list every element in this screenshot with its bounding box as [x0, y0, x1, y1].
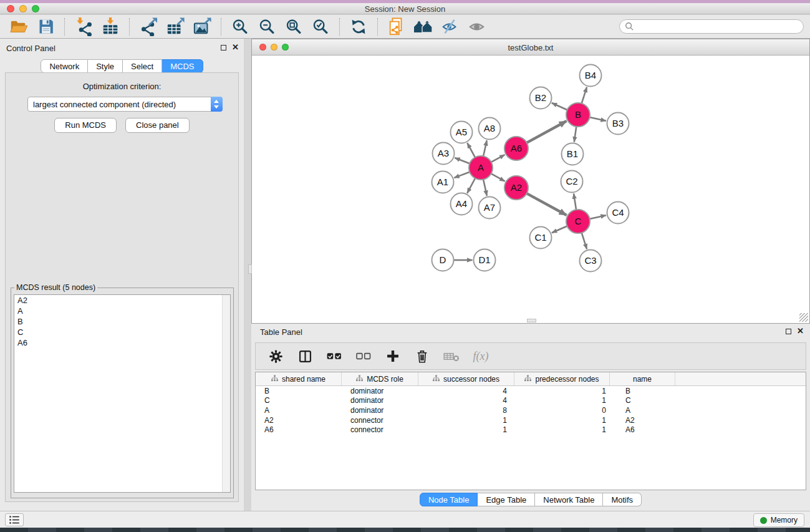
scrollbar-track[interactable] — [222, 295, 230, 492]
table-row[interactable]: A6connector11A6 — [256, 425, 806, 435]
tab-edge-table[interactable]: Edge Table — [478, 493, 535, 506]
edge-A-A7[interactable] — [483, 180, 487, 196]
graph-node-A7[interactable]: A7 — [479, 197, 501, 219]
zoom-in-icon[interactable] — [229, 17, 251, 37]
mcds-result-item[interactable]: C — [14, 327, 230, 337]
network-canvas[interactable]: B4B2BB3A5A8A6A3B1AA1C2A2A4A7C4CC1C3DD1 — [252, 56, 809, 323]
graph-node-A4[interactable]: A4 — [451, 193, 473, 215]
column-visibility-icon[interactable] — [295, 346, 315, 366]
export-table-icon[interactable] — [164, 17, 186, 37]
run-mcds-button[interactable]: Run MCDS — [54, 118, 117, 133]
float-panel-icon[interactable] — [786, 329, 791, 334]
network-window-titlebar[interactable]: testGlobe.txt — [252, 39, 809, 56]
edge-B-B4[interactable] — [582, 87, 587, 104]
graph-node-A5[interactable]: A5 — [451, 122, 473, 143]
graph-node-B3[interactable]: B3 — [607, 113, 629, 135]
select-all-icon[interactable] — [324, 346, 344, 366]
tab-motifs[interactable]: Motifs — [603, 493, 642, 506]
table-row[interactable]: Bdominator41B — [256, 386, 806, 396]
graph-node-A[interactable]: A — [469, 156, 493, 180]
graph-node-B[interactable]: B — [566, 103, 590, 127]
close-panel-button[interactable]: Close panel — [125, 118, 190, 133]
tab-node-table[interactable]: Node Table — [420, 493, 478, 506]
float-panel-icon[interactable] — [221, 45, 226, 51]
edge-B-B3[interactable] — [590, 117, 606, 121]
zoom-fit-icon[interactable] — [282, 17, 305, 37]
table-row[interactable]: Adominator80A — [256, 405, 806, 415]
mcds-result-item[interactable]: A2 — [14, 295, 230, 306]
splitter-handle[interactable] — [527, 319, 536, 322]
graph-node-A3[interactable]: A3 — [433, 143, 455, 165]
edge-B-B1[interactable] — [574, 127, 577, 142]
graph-node-B4[interactable]: B4 — [580, 65, 602, 87]
graph-node-C1[interactable]: C1 — [530, 227, 552, 249]
close-panel-icon[interactable]: ✕ — [232, 44, 239, 51]
delete-table-icon[interactable] — [441, 346, 461, 366]
save-session-icon[interactable] — [34, 17, 57, 37]
deselect-all-icon[interactable] — [354, 346, 374, 366]
mcds-result-item[interactable]: B — [14, 316, 230, 327]
tab-network[interactable]: Network — [41, 59, 88, 73]
graph-node-D[interactable]: D — [432, 249, 454, 271]
graph-node-C[interactable]: C — [566, 210, 590, 233]
import-table-icon[interactable] — [99, 17, 122, 37]
splitter-handle[interactable] — [248, 264, 252, 274]
edge-A-A3[interactable] — [455, 158, 470, 163]
zoom-out-icon[interactable] — [256, 17, 278, 37]
import-network-icon[interactable] — [72, 17, 95, 37]
refresh-icon[interactable] — [347, 17, 370, 37]
column-header-successor-nodes[interactable]: successor nodes — [418, 372, 514, 385]
graph-node-C2[interactable]: C2 — [561, 171, 583, 193]
graph-node-A2[interactable]: A2 — [504, 176, 528, 200]
zoom-selected-icon[interactable] — [309, 17, 332, 37]
delete-column-trash-icon[interactable] — [412, 346, 432, 366]
edge-A-A6[interactable] — [491, 155, 505, 162]
edge-A-A2[interactable] — [491, 173, 505, 181]
column-header-shared-name[interactable]: shared name — [256, 372, 342, 385]
table-row[interactable]: Cdominator41C — [256, 396, 806, 406]
criterion-select[interactable]: largest connected component (directed) — [27, 97, 223, 112]
edge-B-B2[interactable] — [552, 103, 567, 110]
graph-node-A1[interactable]: A1 — [432, 172, 454, 193]
close-panel-icon[interactable]: ✕ — [797, 328, 804, 334]
table-settings-gear-icon[interactable] — [266, 346, 286, 366]
edge-A-A4[interactable] — [467, 178, 475, 193]
task-history-list-icon[interactable] — [5, 513, 24, 526]
edge-C-C3[interactable] — [582, 233, 587, 249]
edge-A2-C[interactable] — [527, 193, 567, 215]
mcds-result-item[interactable]: A6 — [14, 337, 230, 348]
export-image-icon[interactable] — [191, 17, 213, 37]
resize-grip-icon[interactable] — [799, 313, 808, 322]
column-header-name[interactable]: name — [610, 372, 675, 385]
edge-A6-B[interactable] — [527, 121, 567, 143]
memory-button[interactable]: Memory — [753, 513, 804, 527]
export-network-icon[interactable] — [137, 17, 160, 37]
graph-node-D1[interactable]: D1 — [474, 249, 496, 271]
graph-node-B2[interactable]: B2 — [530, 87, 552, 109]
open-file-icon[interactable] — [7, 17, 30, 37]
search-input[interactable] — [619, 19, 804, 34]
table-row[interactable]: A2connector11A2 — [256, 415, 806, 425]
tab-mcds[interactable]: MCDS — [162, 59, 203, 73]
edge-C-C1[interactable] — [552, 226, 567, 233]
mcds-result-item[interactable]: A — [14, 306, 230, 316]
edge-C-C2[interactable] — [574, 193, 576, 210]
add-column-icon[interactable] — [383, 346, 403, 366]
column-header-predecessor-nodes[interactable]: predecessor nodes — [514, 372, 610, 385]
graph-node-C3[interactable]: C3 — [580, 250, 602, 272]
tab-network-table[interactable]: Network Table — [535, 493, 603, 506]
show-all-eye-icon[interactable] — [466, 17, 488, 37]
edge-A-A5[interactable] — [467, 143, 475, 157]
graph-node-B1[interactable]: B1 — [562, 143, 584, 165]
column-header-MCDS-role[interactable]: MCDS role — [342, 372, 418, 385]
hide-selected-eye-icon[interactable] — [439, 17, 461, 37]
edge-A-A8[interactable] — [483, 140, 487, 156]
function-builder-icon[interactable]: f(x) — [471, 346, 491, 366]
network-from-file-icon[interactable] — [385, 17, 408, 37]
tab-select[interactable]: Select — [123, 59, 162, 73]
app-titlebar[interactable]: Session: New Session — [0, 3, 810, 14]
mcds-result-list[interactable]: A2ABCA6 — [14, 294, 231, 493]
home-icon[interactable] — [412, 17, 435, 37]
edge-A-A1[interactable] — [454, 172, 470, 178]
graph-node-A8[interactable]: A8 — [479, 118, 501, 140]
